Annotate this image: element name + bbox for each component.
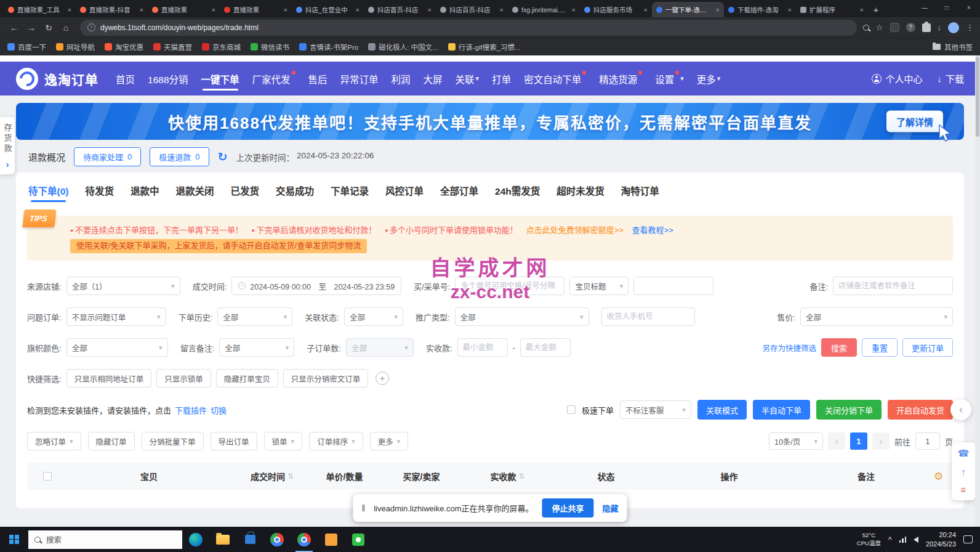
promo-type-select[interactable]: 全部▾	[455, 307, 589, 326]
nav-item-home[interactable]: 首页	[116, 62, 135, 96]
close-icon[interactable]: ×	[500, 6, 504, 14]
tab-shipped[interactable]: 已发货	[231, 184, 260, 202]
tab-taote-orders[interactable]: 淘特订单	[621, 184, 659, 202]
other-bookmarks[interactable]: 其他书签	[933, 42, 973, 52]
taskbar-chrome[interactable]	[263, 527, 291, 552]
tab-trade-success[interactable]: 交易成功	[276, 184, 314, 202]
bookmark-item[interactable]: 京东商城	[202, 42, 241, 52]
taskbar-file-explorer[interactable]	[209, 527, 236, 552]
tab-pending-order[interactable]: 待下单(0)	[28, 184, 68, 202]
service-mark-select[interactable]: 不标注客服▾	[620, 400, 691, 419]
paid-min-input[interactable]	[457, 338, 508, 357]
help-extension-icon[interactable]: ?	[906, 23, 915, 32]
collapse-panel-button[interactable]: ‹	[950, 399, 971, 420]
fast-order-checkbox[interactable]	[567, 405, 576, 414]
quick-filter-locked-only[interactable]: 只显示锁单	[156, 369, 211, 388]
stock-payment-drawer[interactable]: 存货款 ›	[0, 117, 15, 174]
download-client[interactable]: ↓下载	[937, 72, 964, 85]
browser-tab[interactable]: 直播效果×	[148, 2, 220, 17]
search-button[interactable]: 搜索	[821, 338, 857, 357]
pending-merchant-button[interactable]: 待商家处理0	[74, 147, 141, 166]
add-quick-filter-icon[interactable]: +	[376, 371, 389, 385]
price-select[interactable]: 全部▾	[800, 307, 953, 326]
next-page-button[interactable]: ›	[872, 432, 890, 450]
tab-all-orders[interactable]: 全部订单	[440, 184, 478, 202]
close-icon[interactable]: ×	[428, 6, 432, 14]
taskbar-search[interactable]: 搜索	[28, 530, 182, 549]
page-size-select[interactable]: 10条/页▾	[769, 432, 823, 450]
lock-order-button[interactable]: 锁单▾	[264, 432, 303, 450]
deal-time-range[interactable]: 2024-05-09 00:00 至 2024-05-23 23:59	[231, 277, 401, 295]
close-icon[interactable]: ×	[716, 6, 720, 14]
title-keyword-input[interactable]	[633, 277, 713, 295]
nav-item-selected-supply[interactable]: 精选货源	[599, 62, 642, 96]
close-icon[interactable]: ×	[140, 6, 143, 14]
contact-service-icon[interactable]: ☎	[958, 448, 970, 459]
hide-order-button[interactable]: 隐藏订单	[88, 432, 135, 450]
browser-tab[interactable]: 扩展程序×	[796, 2, 868, 17]
back-icon[interactable]: ←	[6, 20, 22, 36]
chevron-right-icon[interactable]: ›	[6, 160, 9, 169]
receiver-phone-input[interactable]	[601, 307, 695, 326]
order-sort-button[interactable]: 订单排序▾	[309, 432, 363, 450]
distribution-batch-order-button[interactable]: 分销批量下单	[142, 432, 204, 450]
semi-auto-order-button[interactable]: 半自动下单	[753, 400, 810, 420]
nav-item-1688[interactable]: 1688分销	[148, 62, 188, 96]
taskbar-wechat[interactable]	[345, 527, 372, 552]
bookmark-star-icon[interactable]: ☆	[876, 23, 883, 32]
nav-item-one-click-order[interactable]: 一键下单	[201, 62, 239, 96]
quick-filter-cipher-only[interactable]: 只显示分销密文订单	[283, 369, 369, 388]
taskbar-edge[interactable]	[182, 527, 209, 552]
quick-filter-hide-printed[interactable]: 隐藏打单宝贝	[216, 369, 278, 388]
order-history-select[interactable]: 全部▾	[217, 307, 292, 326]
refresh-icon[interactable]: ↻	[218, 150, 228, 164]
bookmark-item[interactable]: 微信读书	[251, 42, 289, 52]
zoom-icon[interactable]	[863, 25, 869, 31]
order-no-input[interactable]	[455, 277, 564, 295]
tab-24h-ship[interactable]: 24h需发货	[495, 184, 540, 202]
goto-page-input[interactable]	[915, 432, 940, 450]
reset-button[interactable]: 重置	[862, 338, 898, 357]
back-to-top-icon[interactable]: ↑	[961, 466, 966, 477]
bookmark-item[interactable]: 天猫直营	[153, 42, 192, 52]
notification-center-icon[interactable]	[963, 535, 973, 543]
network-icon[interactable]	[899, 537, 907, 543]
close-icon[interactable]: ×	[356, 6, 359, 14]
extensions-puzzle-icon[interactable]	[922, 23, 931, 32]
url-bar[interactable]: dywebs.1tsoft.com/douyin-web/pages/trade…	[80, 20, 857, 36]
browser-tab[interactable]: 直播效果-抖音×	[76, 2, 148, 17]
paid-max-input[interactable]	[520, 338, 571, 357]
tab-overdue-unshipped[interactable]: 超时未发货	[556, 184, 604, 202]
suborder-count-select[interactable]: 全部▾	[346, 338, 414, 357]
taskbar-documents-app[interactable]	[318, 527, 345, 552]
bookmark-item[interactable]: 言情读-书架Pro	[299, 42, 358, 52]
minimize-button[interactable]: —	[914, 0, 936, 15]
message-remark-select[interactable]: 全部▾	[219, 338, 294, 357]
download-plugin-link[interactable]: 下载插件	[175, 404, 207, 416]
nav-item-abnormal-orders[interactable]: 异常订单	[340, 62, 379, 96]
site-info-icon[interactable]	[87, 23, 95, 31]
taskbar-chrome-active[interactable]	[291, 527, 318, 552]
tab-order-records[interactable]: 下单记录	[331, 184, 369, 202]
close-icon[interactable]: ×	[212, 6, 215, 14]
learn-more-button[interactable]: 了解详情	[886, 111, 943, 132]
prev-page-button[interactable]: ‹	[828, 432, 845, 450]
source-shop-select[interactable]: 全部（1）▾	[66, 277, 180, 295]
enable-auto-ship-button[interactable]: 开启自动发货	[888, 400, 953, 420]
tray-clock[interactable]: 20:242024/5/23	[926, 530, 956, 549]
update-orders-button[interactable]: 更新订单	[902, 338, 953, 357]
ignore-order-button[interactable]: 忽略订单▾	[27, 432, 81, 450]
new-tab-button[interactable]: +	[868, 2, 884, 17]
close-icon[interactable]: ×	[68, 6, 71, 14]
bookmark-item[interactable]: 磁化极人: 中国文...	[368, 42, 438, 52]
sort-icon[interactable]: ⇅	[518, 472, 524, 481]
close-icon[interactable]: ×	[572, 6, 576, 14]
browser-tab[interactable]: 抖店百页-抖店×	[436, 2, 508, 17]
browser-tab[interactable]: 直播效果×	[220, 2, 292, 17]
tab-refunding[interactable]: 退款中	[131, 184, 159, 202]
reload-icon[interactable]: ↻	[41, 20, 57, 36]
forward-icon[interactable]: →	[23, 20, 39, 36]
downloads-icon[interactable]: ↓	[938, 23, 942, 32]
table-settings-gear-icon[interactable]: ⚙	[934, 470, 949, 483]
close-distribution-order-button[interactable]: 关闭分销下单	[816, 400, 882, 420]
